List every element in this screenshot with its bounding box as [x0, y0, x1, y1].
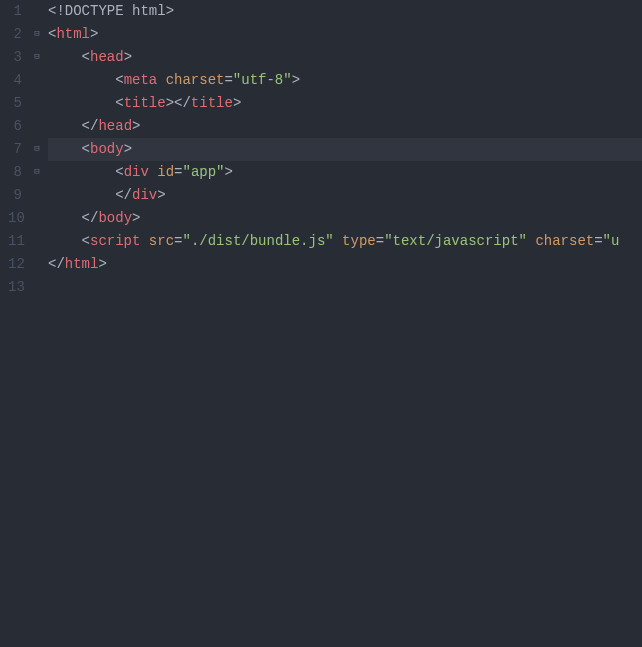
code-token: = — [224, 72, 232, 88]
code-token: " — [519, 233, 527, 249]
code-token: > — [166, 95, 174, 111]
code-line[interactable]: <html> — [48, 23, 642, 46]
fold-marker — [30, 276, 44, 299]
code-token: > — [166, 3, 174, 19]
line-number: 7 — [8, 138, 22, 161]
code-line[interactable]: </div> — [48, 184, 642, 207]
code-token: " — [283, 72, 291, 88]
code-token: " — [603, 233, 611, 249]
code-token: script — [90, 233, 140, 249]
code-line[interactable] — [48, 276, 642, 299]
code-token: " — [182, 233, 190, 249]
code-token — [334, 233, 342, 249]
code-token: < — [82, 141, 90, 157]
code-line[interactable]: <!DOCTYPE html> — [48, 0, 642, 23]
code-token: > — [225, 164, 233, 180]
code-token — [48, 118, 82, 134]
line-number: 12 — [8, 253, 22, 276]
fold-toggle-icon[interactable] — [30, 46, 44, 69]
line-number: 9 — [8, 184, 22, 207]
code-token: " — [216, 164, 224, 180]
code-line[interactable]: <title></title> — [48, 92, 642, 115]
code-token: meta — [124, 72, 158, 88]
code-token: body — [98, 210, 132, 226]
code-line[interactable]: <meta charset="utf-8"> — [48, 69, 642, 92]
code-line-highlighted[interactable]: <body> — [48, 138, 642, 161]
code-token: < — [115, 95, 123, 111]
code-token: > — [132, 210, 140, 226]
code-token — [48, 164, 115, 180]
fold-marker — [30, 69, 44, 92]
code-token — [157, 72, 165, 88]
code-token: title — [191, 95, 233, 111]
code-token: div — [132, 187, 157, 203]
line-number: 4 — [8, 69, 22, 92]
code-line[interactable]: </body> — [48, 207, 642, 230]
fold-marker — [30, 184, 44, 207]
code-token — [48, 49, 82, 65]
code-token — [48, 72, 115, 88]
line-number: 5 — [8, 92, 22, 115]
code-token — [48, 187, 115, 203]
fold-marker — [30, 230, 44, 253]
code-token: DOCTYPE — [65, 3, 124, 19]
code-token: " — [182, 164, 190, 180]
line-number-gutter: 1 2 3 4 5 6 7 8 9 10 11 12 13 — [0, 0, 30, 647]
code-token: app — [191, 164, 216, 180]
code-token: charset — [166, 72, 225, 88]
code-token: > — [132, 118, 140, 134]
code-token: > — [90, 26, 98, 42]
line-number: 11 — [8, 230, 22, 253]
code-token: </ — [48, 256, 65, 272]
line-number: 10 — [8, 207, 22, 230]
code-token: head — [90, 49, 124, 65]
code-line[interactable]: <head> — [48, 46, 642, 69]
line-number: 2 — [8, 23, 22, 46]
line-number: 1 — [8, 0, 22, 23]
code-token — [48, 95, 115, 111]
code-token: id — [157, 164, 174, 180]
code-token: > — [157, 187, 165, 203]
code-token — [149, 164, 157, 180]
fold-marker — [30, 92, 44, 115]
code-token: body — [90, 141, 124, 157]
code-token: </ — [82, 118, 99, 134]
fold-toggle-icon[interactable] — [30, 138, 44, 161]
code-editor[interactable]: 1 2 3 4 5 6 7 8 9 10 11 12 13 <!DOCTYPE … — [0, 0, 642, 647]
fold-marker — [30, 0, 44, 23]
code-line[interactable]: <div id="app"> — [48, 161, 642, 184]
code-token: ./dist/bundle.js — [191, 233, 325, 249]
code-token: = — [376, 233, 384, 249]
fold-marker — [30, 207, 44, 230]
code-token — [140, 233, 148, 249]
code-token: " — [233, 72, 241, 88]
fold-toggle-icon[interactable] — [30, 23, 44, 46]
code-token: </ — [174, 95, 191, 111]
code-token: < — [115, 164, 123, 180]
line-number: 3 — [8, 46, 22, 69]
code-token: < — [82, 233, 90, 249]
code-token: title — [124, 95, 166, 111]
code-token: < — [82, 49, 90, 65]
fold-toggle-icon[interactable] — [30, 161, 44, 184]
code-token: head — [98, 118, 132, 134]
code-token: utf-8 — [241, 72, 283, 88]
code-line[interactable]: <script src="./dist/bundle.js" type="tex… — [48, 230, 642, 253]
code-token: div — [124, 164, 149, 180]
fold-marker — [30, 253, 44, 276]
code-token: type — [342, 233, 376, 249]
line-number: 13 — [8, 276, 22, 299]
code-token: html — [132, 3, 166, 19]
code-line[interactable]: </html> — [48, 253, 642, 276]
code-token — [48, 210, 82, 226]
code-token: > — [124, 141, 132, 157]
code-content[interactable]: <!DOCTYPE html> <html> <head> <meta char… — [44, 0, 642, 647]
code-token — [48, 233, 82, 249]
code-line[interactable]: </head> — [48, 115, 642, 138]
fold-marker — [30, 115, 44, 138]
fold-gutter — [30, 0, 44, 647]
code-token: <! — [48, 3, 65, 19]
code-token: u — [611, 233, 619, 249]
code-token — [124, 3, 132, 19]
code-token: </ — [115, 187, 132, 203]
